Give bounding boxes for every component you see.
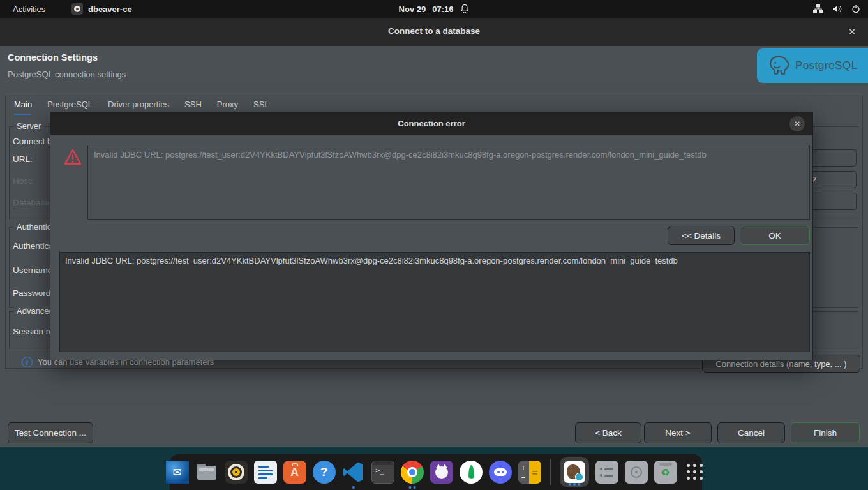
chrome-icon[interactable] [401, 461, 424, 484]
help-icon[interactable]: ? [313, 461, 336, 484]
window-close-icon[interactable]: ✕ [845, 25, 859, 39]
settings-panel-icon[interactable] [595, 461, 618, 484]
details-toggle-button[interactable]: << Details [668, 226, 735, 245]
trash-icon[interactable]: ♻ [654, 461, 677, 484]
disks-icon[interactable] [625, 461, 648, 484]
window-titlebar[interactable]: Connect to a database ✕ [0, 18, 868, 46]
terminal-icon[interactable]: >_ [371, 461, 394, 484]
desktop: Activities dbeaver-ce Nov 29 07:16 [0, 0, 868, 490]
test-connection-button[interactable]: Test Connection ... [8, 422, 93, 443]
postgresql-logo-text: PostgreSQL [795, 59, 858, 72]
settings-tabs: Main PostgreSQL Driver properties SSH Pr… [8, 97, 278, 114]
database-label: Database: [13, 198, 52, 207]
system-top-bar: Activities dbeaver-ce Nov 29 07:16 [0, 0, 868, 18]
ok-button[interactable]: OK [740, 226, 810, 245]
warning-icon [63, 148, 82, 166]
tab-postgresql[interactable]: PostgreSQL [41, 97, 101, 114]
error-message-box: Invalid JDBC URL: postgres://test_user:d… [87, 145, 810, 220]
dbeaver-icon-active[interactable] [560, 457, 589, 487]
date-label: Nov 29 [399, 4, 426, 14]
host-label: Host: [13, 176, 33, 186]
dock-separator [550, 459, 551, 485]
page-title: Connection Settings [8, 52, 98, 63]
github-desktop-icon[interactable] [430, 461, 453, 484]
error-dialog-title: Connection error [50, 119, 812, 128]
calculator-icon[interactable]: +−= [518, 461, 541, 484]
back-button[interactable]: < Back [575, 422, 641, 443]
dbeaver-app-icon [71, 3, 83, 15]
wizard-header: Connection Settings PostgreSQL connectio… [0, 46, 868, 89]
info-icon: i [22, 357, 33, 368]
clock-button[interactable]: Nov 29 07:16 [399, 0, 470, 18]
url-label: URL: [13, 154, 33, 164]
tab-ssh[interactable]: SSH [178, 97, 211, 114]
volume-icon [832, 4, 842, 13]
username-label: Username: [13, 265, 55, 275]
tab-main[interactable]: Main [8, 97, 41, 114]
network-icon [813, 4, 823, 13]
tab-driver-properties[interactable]: Driver properties [101, 97, 178, 114]
error-dialog-close-icon[interactable]: ✕ [789, 116, 805, 131]
tab-ssl[interactable]: SSL [247, 97, 278, 114]
power-icon [851, 4, 860, 13]
rhythmbox-icon[interactable] [225, 461, 248, 484]
libreoffice-writer-icon[interactable] [254, 461, 277, 484]
notification-bell-icon [460, 4, 469, 14]
discord-icon[interactable] [489, 461, 512, 484]
vscode-icon[interactable] [342, 461, 365, 484]
thunderbird-icon[interactable]: ✉ [166, 461, 189, 484]
password-label: Password: [13, 288, 53, 298]
tab-proxy[interactable]: Proxy [211, 97, 247, 114]
files-icon[interactable] [195, 461, 218, 484]
error-message-text: Invalid JDBC URL: postgres://test_user:d… [88, 145, 809, 165]
focused-app-menu[interactable]: dbeaver-ce [71, 0, 132, 18]
time-label: 07:16 [432, 4, 453, 14]
postgresql-elephant-icon [766, 54, 790, 78]
window-title: Connect to a database [0, 26, 868, 36]
dbeaver-icon [564, 461, 585, 483]
connection-error-dialog: Connection error ✕ Invalid JDBC URL: pos… [50, 112, 813, 360]
system-tray[interactable] [813, 0, 860, 18]
dock: ✉ A ? >_ +−= ♻ [170, 454, 702, 490]
error-dialog-titlebar[interactable]: Connection error ✕ [50, 113, 812, 135]
app-grid-icon[interactable] [684, 461, 707, 484]
cancel-button[interactable]: Cancel [717, 422, 785, 443]
ubuntu-software-icon[interactable]: A [283, 461, 306, 484]
finish-button[interactable]: Finish [791, 422, 860, 443]
server-group-legend: Server [13, 121, 44, 131]
page-subtitle: PostgreSQL connection settings [8, 70, 126, 79]
activities-button[interactable]: Activities [9, 0, 49, 18]
focused-app-name: dbeaver-ce [88, 4, 132, 14]
mongodb-compass-icon[interactable] [460, 461, 483, 484]
postgresql-logo-badge: PostgreSQL [757, 48, 868, 83]
error-details-textarea[interactable]: Invalid JDBC URL: postgres://test_user:d… [59, 252, 810, 352]
next-button[interactable]: Next > [644, 422, 712, 443]
